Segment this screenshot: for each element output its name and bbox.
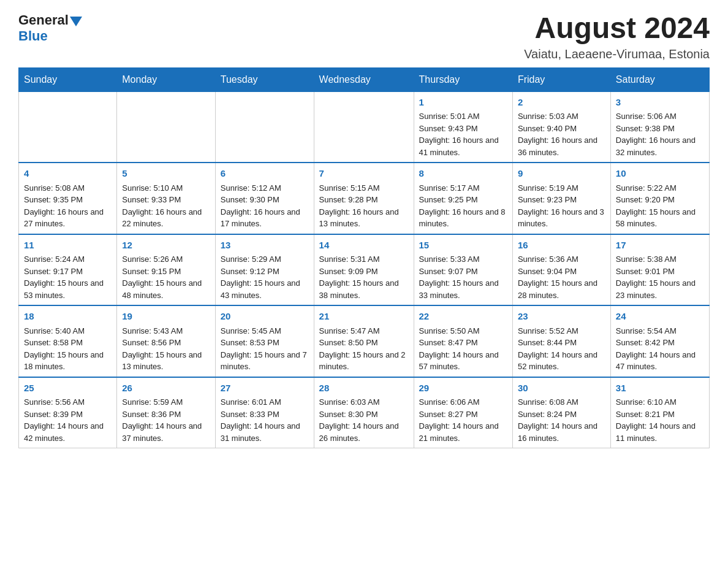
day-info-line: Sunset: 8:56 PM (122, 337, 210, 349)
day-info-line: Sunset: 8:27 PM (419, 408, 507, 421)
day-number: 15 (419, 239, 507, 253)
day-info-line: Sunset: 8:58 PM (24, 337, 112, 349)
calendar-week-row: 25Sunrise: 5:56 AMSunset: 8:39 PMDayligh… (19, 377, 710, 448)
calendar-cell: 23Sunrise: 5:52 AMSunset: 8:44 PMDayligh… (512, 305, 610, 377)
day-info-line: Sunset: 8:42 PM (616, 337, 704, 349)
day-info-line: Daylight: 14 hours and 42 minutes. (24, 420, 112, 444)
day-info-line: Sunset: 8:21 PM (616, 408, 704, 421)
day-number: 8 (419, 167, 507, 181)
calendar-week-row: 1Sunrise: 5:01 AMSunset: 9:43 PMDaylight… (19, 91, 710, 163)
day-number: 6 (221, 167, 309, 181)
day-info-line: Daylight: 14 hours and 37 minutes. (122, 420, 210, 444)
day-number: 30 (518, 381, 605, 396)
day-number: 24 (616, 310, 704, 324)
day-info-line: Sunrise: 5:56 AM (24, 396, 112, 408)
calendar-cell (19, 91, 117, 163)
day-info-line: Sunrise: 6:08 AM (518, 396, 605, 408)
calendar-cell: 31Sunrise: 6:10 AMSunset: 8:21 PMDayligh… (610, 377, 709, 448)
day-number: 18 (24, 310, 112, 324)
day-info-line: Daylight: 16 hours and 22 minutes. (122, 206, 210, 230)
day-info-line: Sunset: 9:25 PM (419, 194, 507, 206)
day-info-line: Daylight: 15 hours and 38 minutes. (319, 277, 409, 301)
logo-blue: Blue (18, 28, 48, 44)
day-info-line: Daylight: 15 hours and 13 minutes. (122, 349, 210, 373)
day-info-line: Sunset: 9:17 PM (24, 266, 112, 278)
day-info-line: Daylight: 15 hours and 53 minutes. (24, 277, 112, 301)
day-info-line: Daylight: 16 hours and 8 minutes. (419, 206, 507, 230)
day-number: 1 (419, 96, 507, 110)
day-info-line: Sunrise: 5:54 AM (616, 325, 704, 337)
day-number: 2 (518, 96, 605, 110)
calendar-cell: 17Sunrise: 5:38 AMSunset: 9:01 PMDayligh… (610, 234, 709, 306)
day-info-line: Sunrise: 5:03 AM (518, 110, 605, 123)
day-info-line: Sunrise: 5:40 AM (24, 325, 112, 337)
day-number: 4 (24, 167, 112, 181)
calendar-cell: 10Sunrise: 5:22 AMSunset: 9:20 PMDayligh… (610, 163, 709, 234)
calendar-cell: 14Sunrise: 5:31 AMSunset: 9:09 PMDayligh… (314, 234, 414, 306)
day-number: 7 (319, 167, 409, 181)
calendar-body: 1Sunrise: 5:01 AMSunset: 9:43 PMDaylight… (19, 91, 710, 448)
day-number: 16 (518, 239, 605, 253)
day-info-line: Daylight: 14 hours and 11 minutes. (616, 420, 704, 444)
day-number: 5 (122, 167, 210, 181)
logo: General Blue (18, 12, 82, 44)
day-info-line: Sunset: 8:30 PM (319, 408, 409, 421)
day-info-line: Sunset: 8:33 PM (221, 408, 309, 421)
calendar-cell (314, 91, 414, 163)
day-number: 31 (616, 381, 704, 396)
day-info-line: Sunrise: 5:43 AM (122, 325, 210, 337)
day-info-line: Sunrise: 5:10 AM (122, 182, 210, 194)
day-info-line: Sunrise: 5:29 AM (221, 253, 309, 266)
calendar-cell: 25Sunrise: 5:56 AMSunset: 8:39 PMDayligh… (19, 377, 117, 448)
day-info-line: Daylight: 16 hours and 41 minutes. (419, 134, 507, 158)
day-info-line: Daylight: 16 hours and 13 minutes. (319, 206, 409, 230)
calendar-cell: 21Sunrise: 5:47 AMSunset: 8:50 PMDayligh… (314, 305, 414, 377)
day-info-line: Daylight: 15 hours and 58 minutes. (616, 206, 704, 230)
calendar-week-row: 11Sunrise: 5:24 AMSunset: 9:17 PMDayligh… (19, 234, 710, 306)
day-number: 10 (616, 167, 704, 181)
day-info-line: Sunset: 9:28 PM (319, 194, 409, 206)
weekday-monday: Monday (117, 67, 216, 91)
title-block: August 2024 Vaiatu, Laeaene-Virumaa, Est… (524, 12, 710, 61)
day-info-line: Sunset: 8:50 PM (319, 337, 409, 349)
calendar-cell: 7Sunrise: 5:15 AMSunset: 9:28 PMDaylight… (314, 163, 414, 234)
day-info-line: Daylight: 15 hours and 28 minutes. (518, 277, 605, 301)
day-info-line: Daylight: 14 hours and 21 minutes. (419, 420, 507, 444)
day-number: 26 (122, 381, 210, 396)
day-info-line: Sunrise: 5:33 AM (419, 253, 507, 266)
calendar-cell: 30Sunrise: 6:08 AMSunset: 8:24 PMDayligh… (512, 377, 610, 448)
day-number: 22 (419, 310, 507, 324)
day-info-line: Daylight: 14 hours and 52 minutes. (518, 349, 605, 373)
calendar-cell (215, 91, 314, 163)
day-info-line: Daylight: 15 hours and 2 minutes. (319, 349, 409, 373)
weekday-saturday: Saturday (610, 67, 709, 91)
day-info-line: Sunset: 9:01 PM (616, 266, 704, 278)
month-year-title: August 2024 (524, 12, 710, 45)
day-info-line: Sunrise: 5:26 AM (122, 253, 210, 266)
calendar-cell: 16Sunrise: 5:36 AMSunset: 9:04 PMDayligh… (512, 234, 610, 306)
day-number: 19 (122, 310, 210, 324)
day-number: 25 (24, 381, 112, 396)
day-info-line: Daylight: 15 hours and 23 minutes. (616, 277, 704, 301)
day-info-line: Sunset: 9:33 PM (122, 194, 210, 206)
calendar-cell: 19Sunrise: 5:43 AMSunset: 8:56 PMDayligh… (117, 305, 216, 377)
day-info-line: Sunset: 8:36 PM (122, 408, 210, 421)
day-info-line: Sunrise: 5:52 AM (518, 325, 605, 337)
day-info-line: Sunset: 8:39 PM (24, 408, 112, 421)
day-info-line: Sunset: 9:04 PM (518, 266, 605, 278)
day-info-line: Sunrise: 5:36 AM (518, 253, 605, 266)
day-info-line: Sunset: 9:35 PM (24, 194, 112, 206)
calendar-cell: 22Sunrise: 5:50 AMSunset: 8:47 PMDayligh… (414, 305, 512, 377)
calendar-cell: 9Sunrise: 5:19 AMSunset: 9:23 PMDaylight… (512, 163, 610, 234)
day-info-line: Daylight: 14 hours and 47 minutes. (616, 349, 704, 373)
day-number: 20 (221, 310, 309, 324)
calendar-week-row: 4Sunrise: 5:08 AMSunset: 9:35 PMDaylight… (19, 163, 710, 234)
day-info-line: Sunrise: 6:10 AM (616, 396, 704, 408)
day-info-line: Daylight: 16 hours and 17 minutes. (221, 206, 309, 230)
day-info-line: Daylight: 14 hours and 31 minutes. (221, 420, 309, 444)
day-info-line: Sunrise: 5:50 AM (419, 325, 507, 337)
day-number: 17 (616, 239, 704, 253)
day-info-line: Sunrise: 5:15 AM (319, 182, 409, 194)
page-header: General Blue August 2024 Vaiatu, Laeaene… (18, 12, 710, 61)
day-info-line: Sunset: 8:44 PM (518, 337, 605, 349)
